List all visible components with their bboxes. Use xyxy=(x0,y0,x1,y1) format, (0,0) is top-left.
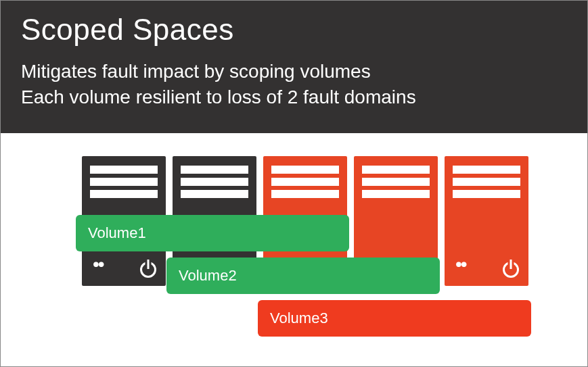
server-5: •• xyxy=(445,156,528,286)
drive-slot-icon xyxy=(453,178,520,186)
drive-slot-icon xyxy=(362,166,430,174)
power-icon xyxy=(140,262,156,278)
drive-slot-icon xyxy=(90,190,158,198)
status-dots-icon: •• xyxy=(455,255,466,274)
drive-slot-icon xyxy=(90,178,158,186)
volume-1-label: Volume1 xyxy=(88,224,146,242)
drive-slot-icon xyxy=(181,190,248,198)
drive-slot-icon xyxy=(271,178,339,186)
slide-title: Scoped Spaces xyxy=(21,13,567,47)
drive-slot-icon xyxy=(271,190,339,198)
volume-3-label: Volume3 xyxy=(270,310,328,327)
slide: Scoped Spaces Mitigates fault impact by … xyxy=(0,0,588,367)
drive-slot-icon xyxy=(362,178,430,186)
status-dots-icon: •• xyxy=(93,255,104,274)
drive-slot-icon xyxy=(181,178,248,186)
volume-1: Volume1 xyxy=(76,215,349,251)
drive-slot-icon xyxy=(453,190,520,198)
subtitle-line-1: Mitigates fault impact by scoping volume… xyxy=(21,59,567,84)
diagram-stage: •• •• •• •• xyxy=(1,133,587,366)
subtitle-line-2: Each volume resilient to loss of 2 fault… xyxy=(21,84,567,110)
volume-2-label: Volume2 xyxy=(179,267,237,285)
volume-2: Volume2 xyxy=(166,258,440,294)
drive-slot-icon xyxy=(90,166,158,174)
drive-slot-icon xyxy=(181,166,248,174)
drive-slot-icon xyxy=(362,190,430,198)
power-icon xyxy=(503,262,519,278)
drive-slot-icon xyxy=(453,166,520,174)
slide-subtitle: Mitigates fault impact by scoping volume… xyxy=(21,59,567,110)
volume-3: Volume3 xyxy=(258,300,531,337)
slide-header: Scoped Spaces Mitigates fault impact by … xyxy=(1,1,587,133)
drive-slot-icon xyxy=(271,166,339,174)
